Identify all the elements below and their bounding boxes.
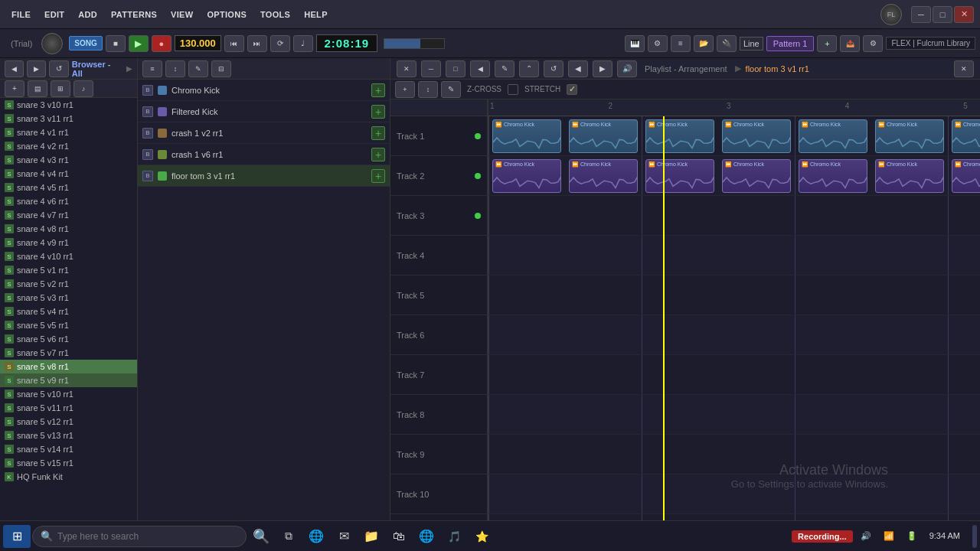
channel-item-4[interactable]: B crash 1 v6 rr1 + xyxy=(138,144,390,165)
browser-item[interactable]: Ssnare 5 v4 rr1 xyxy=(0,305,137,318)
pl-cursor-btn[interactable]: ↕ xyxy=(418,81,438,98)
browser-refresh-btn[interactable]: ↺ xyxy=(49,60,68,77)
tray-sound-icon[interactable]: 🔊 xyxy=(856,527,876,546)
start-button[interactable]: ⊞ xyxy=(3,525,31,548)
pattern-block[interactable]: ⏩ Chromo Kick xyxy=(722,159,791,193)
browser-item[interactable]: Ssnare 5 v1 rr1 xyxy=(0,263,137,277)
browser-item[interactable]: Ssnare 5 v3 rr1 xyxy=(0,291,137,305)
browser-back-btn[interactable]: ◀ xyxy=(5,60,24,77)
cr-pencil-btn[interactable]: ✎ xyxy=(188,60,208,77)
browser-item[interactable]: Ssnare 5 v12 rr1 xyxy=(0,415,137,429)
pattern-block[interactable]: ⏩ Chromo Kick xyxy=(722,119,791,153)
browser-item[interactable]: Ssnare 5 v15 rr1 xyxy=(0,456,137,470)
tray-battery-icon[interactable]: 🔋 xyxy=(902,527,922,546)
pattern-block[interactable]: ⏩ Chromo Kick xyxy=(645,159,714,193)
channel-add-btn-1[interactable]: + xyxy=(371,83,385,97)
browser-btn[interactable]: 📂 xyxy=(694,35,714,52)
song-mode-btn[interactable]: SONG xyxy=(69,36,102,51)
pattern-block[interactable]: ⏩ Chromo Kick xyxy=(875,119,944,153)
pl-tool1[interactable]: ✎ xyxy=(495,60,514,77)
browser-item[interactable]: Ssnare 4 v3 rr1 xyxy=(0,153,137,167)
browser-item[interactable]: Ssnare 4 v9 rr1 xyxy=(0,236,137,249)
menu-file[interactable]: FILE xyxy=(6,7,36,22)
browser-new-btn[interactable]: + xyxy=(5,80,24,97)
pattern-block[interactable]: ⏩ Chromo Kick xyxy=(799,159,867,193)
pattern-block[interactable]: ⏩ Chromo Kick xyxy=(799,119,867,153)
browser-item[interactable]: Ssnare 4 v8 rr1 xyxy=(0,222,137,236)
browser-expand-icon[interactable]: ▶ xyxy=(126,64,132,73)
metronome-btn[interactable]: ♩ xyxy=(293,35,313,52)
channel-item-5[interactable]: B floor tom 3 v1 rr1 + xyxy=(138,165,390,187)
step-back-btn[interactable]: ⏮ xyxy=(224,35,244,52)
pattern-block[interactable]: ⏩ Chromo Kick xyxy=(875,159,944,193)
menu-view[interactable]: VIEW xyxy=(165,7,198,22)
pl-prev-btn[interactable]: ◀ xyxy=(470,60,490,77)
pl-zoom-btn[interactable]: + xyxy=(395,81,415,98)
browser-item[interactable]: Ssnare 5 v5 rr1 xyxy=(0,318,137,332)
browser-sort-btn[interactable]: ▤ xyxy=(28,80,47,97)
piano-roll-btn[interactable]: 🎹 xyxy=(625,35,645,52)
pattern-block[interactable]: ⏩ Chromo Kick xyxy=(952,119,980,153)
export-btn[interactable]: 📤 xyxy=(840,35,860,52)
grid-track-row[interactable] xyxy=(488,514,980,520)
tray-clock[interactable]: 9:34 AM xyxy=(925,530,965,542)
pattern-block[interactable]: ⏩ Chromo Kick xyxy=(645,119,714,153)
show-desktop-btn[interactable] xyxy=(972,525,977,548)
pattern-block[interactable]: ⏩ Chromo Kick xyxy=(492,159,561,193)
taskbar-explorer-btn[interactable]: 📁 xyxy=(358,525,384,548)
grid-body[interactable]: ⏩ Chromo Kick⏩ Chromo Kick⏩ Chromo Kick⏩… xyxy=(488,116,980,520)
taskbar-cortana-btn[interactable]: 🔍 xyxy=(248,525,274,548)
browser-item[interactable]: Ssnare 5 v10 rr1 xyxy=(0,387,137,401)
maximize-btn[interactable]: □ xyxy=(933,6,952,23)
pl-tool4[interactable]: ◀ xyxy=(568,60,588,77)
channel-item-3[interactable]: B crash 1 v2 rr1 + xyxy=(138,122,390,144)
grid-track-row[interactable] xyxy=(488,315,980,355)
cr-tools-btn[interactable]: ≡ xyxy=(142,60,162,77)
cr-col-view-btn[interactable]: ⊟ xyxy=(211,60,231,77)
pl-close-btn[interactable]: ✕ xyxy=(397,60,416,77)
taskbar-extra-btn[interactable]: ⭐ xyxy=(469,525,495,548)
menu-tools[interactable]: TOOLS xyxy=(255,7,296,22)
close-btn[interactable]: ✕ xyxy=(954,6,974,23)
pl-pencil-btn[interactable]: ✎ xyxy=(441,81,461,98)
loop-btn[interactable]: ⟳ xyxy=(270,35,290,52)
pl-xcross-toggle[interactable] xyxy=(508,84,518,95)
grid-track-row[interactable]: ⏩ Chromo Kick⏩ Chromo Kick⏩ Chromo Kick⏩… xyxy=(488,116,980,156)
pl-tool5[interactable]: ▶ xyxy=(593,60,612,77)
pl-win-close[interactable]: ✕ xyxy=(954,60,974,77)
grid-track-row[interactable] xyxy=(488,435,980,474)
browser-item[interactable]: Ssnare 5 v14 rr1 xyxy=(0,442,137,456)
pl-min-btn[interactable]: ─ xyxy=(421,60,441,77)
grid-track-row[interactable] xyxy=(488,395,980,435)
channel-add-btn-5[interactable]: + xyxy=(371,169,385,183)
channel-add-btn-4[interactable]: + xyxy=(371,148,385,161)
browser-item[interactable]: Ssnare 4 v7 rr1 xyxy=(0,208,137,222)
taskbar-edge-btn[interactable]: 🌐 xyxy=(303,525,329,548)
pattern-block[interactable]: ⏩ Chromo Kick xyxy=(569,159,638,193)
browser-item[interactable]: Ssnare 4 v6 rr1 xyxy=(0,194,137,208)
minimize-btn[interactable]: ─ xyxy=(911,6,931,23)
pattern-block[interactable]: ⏩ Chromo Kick xyxy=(952,159,980,193)
menu-help[interactable]: HELP xyxy=(299,7,333,22)
tray-network-icon[interactable]: 📶 xyxy=(879,527,899,546)
channel-item-2[interactable]: B Filtered Kick + xyxy=(138,101,390,122)
search-bar[interactable]: 🔍 xyxy=(32,526,247,547)
stop-btn[interactable]: ■ xyxy=(106,35,126,52)
menu-edit[interactable]: EDIT xyxy=(39,7,70,22)
pl-stretch-toggle[interactable]: ✓ xyxy=(567,84,577,95)
pl-vol-btn[interactable]: 🔊 xyxy=(617,60,637,77)
taskbar-fl-btn[interactable]: 🎵 xyxy=(441,525,467,548)
browser-item[interactable]: Ssnare 5 v8 rr1 xyxy=(0,360,137,373)
menu-add[interactable]: ADD xyxy=(73,7,103,22)
line-select[interactable]: Line xyxy=(740,37,763,51)
taskbar-mail-btn[interactable]: ✉ xyxy=(331,525,357,548)
browser-audio-btn[interactable]: ♪ xyxy=(74,80,93,97)
menu-patterns[interactable]: PATTERNS xyxy=(106,7,162,22)
browser-item[interactable]: Ssnare 4 v4 rr1 xyxy=(0,167,137,181)
taskbar-chrome-btn[interactable]: 🌐 xyxy=(413,525,439,548)
grid-track-row[interactable] xyxy=(488,196,980,236)
browser-fwd-btn[interactable]: ▶ xyxy=(27,60,46,77)
grid-track-row[interactable]: ⏩ Chromo Kick⏩ Chromo Kick⏩ Chromo Kick⏩… xyxy=(488,156,980,196)
pl-max-btn[interactable]: □ xyxy=(446,60,466,77)
cr-cursor-btn[interactable]: ↕ xyxy=(165,60,185,77)
